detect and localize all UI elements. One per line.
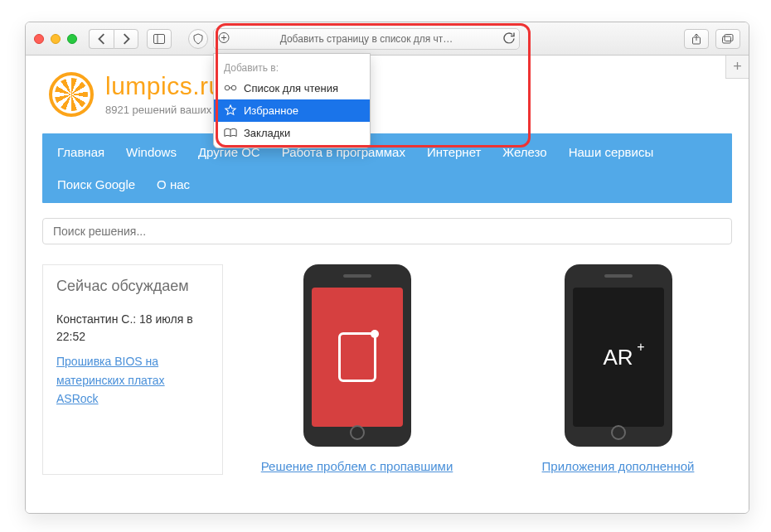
search-bar — [42, 218, 732, 244]
article-cards: Решение проблем с пропавшими AR+ Приложе… — [243, 264, 732, 475]
book-icon — [224, 127, 237, 138]
dropdown-item-label: Список для чтения — [244, 82, 338, 94]
titlebar: Добавить страницу в список для чт… Добав… — [26, 22, 749, 56]
article-card[interactable]: AR+ Приложения дополненной — [504, 264, 732, 475]
card-title: Решение проблем с пропавшими — [243, 458, 471, 475]
dropdown-item-label: Избранное — [244, 104, 298, 117]
share-button[interactable] — [684, 29, 709, 49]
article-card[interactable]: Решение проблем с пропавшими — [243, 264, 471, 475]
nav-item[interactable]: Железо — [502, 145, 546, 159]
dropdown-item-bookmarks[interactable]: Закладки — [214, 122, 370, 144]
contacts-icon — [338, 332, 376, 382]
address-bar[interactable]: Добавить страницу в список для чт… — [213, 28, 520, 50]
nav-item[interactable]: Windows — [126, 145, 177, 159]
new-tab-button[interactable]: + — [725, 56, 749, 79]
forward-button[interactable] — [114, 29, 138, 49]
address-bar-wrap: Добавить страницу в список для чт… Добав… — [213, 28, 520, 50]
svg-point-3 — [225, 85, 230, 90]
site-header: lumpics.ru 8921 решений ваших пр — [26, 56, 749, 125]
phone-illustration — [303, 264, 411, 447]
nav-item[interactable]: Поиск Google — [57, 177, 135, 191]
nav-item[interactable]: Интернет — [427, 145, 481, 159]
back-button[interactable] — [89, 29, 114, 49]
address-bar-text: Добавить страницу в список для чт… — [280, 33, 453, 45]
card-title: Приложения дополненной — [504, 458, 732, 475]
svg-rect-6 — [723, 36, 731, 43]
sidebar-toggle-button[interactable] — [147, 29, 172, 49]
minimize-window-button[interactable] — [51, 34, 61, 44]
main-nav: Главная Windows Другие ОС Работа в прогр… — [42, 133, 732, 203]
reload-icon[interactable] — [503, 31, 515, 46]
safari-window: Добавить страницу в список для чт… Добав… — [25, 22, 749, 514]
brand-text: lumpics.ru 8921 решений ваших пр — [105, 72, 226, 116]
ar-icon: AR+ — [603, 345, 633, 370]
site-tagline: 8921 решений ваших пр — [105, 104, 226, 116]
svg-rect-0 — [154, 34, 165, 43]
nav-item[interactable]: Наши сервисы — [569, 145, 654, 159]
dropdown-header: Добавить в: — [214, 57, 370, 77]
site-name: lumpics.ru — [105, 72, 226, 100]
search-input[interactable] — [42, 218, 732, 244]
site-logo — [49, 72, 94, 117]
close-window-button[interactable] — [34, 34, 44, 44]
nav-item[interactable]: Главная — [57, 145, 104, 159]
webpage-viewport: lumpics.ru 8921 решений ваших пр Главная… — [26, 56, 749, 513]
svg-rect-7 — [725, 34, 733, 41]
discussion-sidebar: Сейчас обсуждаем Константин С.: 18 июля … — [42, 264, 223, 475]
nav-item[interactable]: О нас — [157, 177, 190, 191]
tabs-button[interactable] — [715, 29, 740, 49]
privacy-shield-icon[interactable] — [188, 29, 208, 49]
comment-link[interactable]: Прошивка BIOS на материнских платах ASRo… — [56, 352, 209, 408]
dropdown-item-favorites[interactable]: Избранное — [214, 99, 370, 122]
phone-illustration: AR+ — [565, 264, 672, 447]
svg-point-4 — [231, 85, 236, 90]
zoom-window-button[interactable] — [67, 34, 77, 44]
comment-meta: Константин С.: 18 июля в 22:52 — [56, 311, 209, 346]
add-page-icon[interactable] — [218, 31, 230, 46]
dropdown-item-reading-list[interactable]: Список для чтения — [214, 77, 370, 99]
sidebar-heading: Сейчас обсуждаем — [56, 277, 209, 296]
dropdown-item-label: Закладки — [244, 127, 290, 139]
content-columns: Сейчас обсуждаем Константин С.: 18 июля … — [42, 264, 732, 475]
window-controls — [34, 34, 77, 44]
nav-buttons — [89, 29, 138, 49]
glasses-icon — [224, 82, 237, 94]
add-to-dropdown: Добавить в: Список для чтения Избранное … — [213, 53, 371, 148]
star-icon — [224, 104, 237, 116]
